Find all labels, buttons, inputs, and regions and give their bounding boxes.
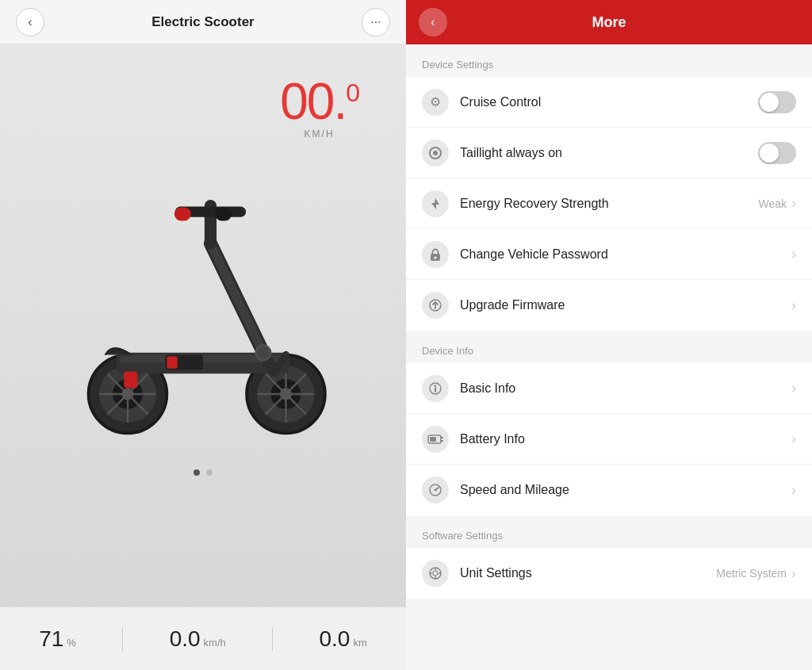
cruise-control-knob xyxy=(760,93,779,112)
svg-point-46 xyxy=(433,571,438,576)
basic-info-chevron: › xyxy=(791,380,796,396)
right-back-icon: ‹ xyxy=(431,15,435,29)
more-icon: ··· xyxy=(370,15,381,29)
scooter-svg xyxy=(52,184,354,454)
more-button[interactable]: ··· xyxy=(362,8,390,36)
svg-point-27 xyxy=(256,345,271,360)
device-info-group: Basic Info › Battery Info › xyxy=(406,363,812,515)
energy-recovery-chevron: › xyxy=(791,195,796,212)
device-settings-group: ⚙ Cruise Control Taillight always on xyxy=(406,77,812,331)
section-label-device-info: Device Info xyxy=(406,331,812,363)
change-password-chevron: › xyxy=(791,246,796,262)
right-back-button[interactable]: ‹ xyxy=(419,8,447,36)
energy-recovery-value: Weak xyxy=(758,197,787,210)
upgrade-firmware-icon xyxy=(422,292,449,319)
speed-mileage-chevron: › xyxy=(791,482,796,499)
speed-mileage-label: Speed and Mileage xyxy=(460,483,791,497)
speed-mileage-icon xyxy=(422,477,449,503)
menu-item-battery-info[interactable]: Battery Info › xyxy=(406,414,812,465)
distance-unit: km xyxy=(353,637,366,649)
cruise-control-toggle[interactable] xyxy=(758,91,796,113)
change-password-icon xyxy=(422,241,449,268)
distance-stat: 0.0 km xyxy=(320,626,367,652)
taillight-label: Taillight always on xyxy=(460,146,758,160)
speed-stat-unit: km/h xyxy=(204,637,226,649)
bottom-stats: 71 % 0.0 km/h 0.0 km xyxy=(0,607,406,670)
scooter-area: 00.0 KM/H xyxy=(0,44,406,607)
battery-info-label: Battery Info xyxy=(460,432,791,446)
svg-rect-29 xyxy=(167,356,177,368)
speed-stat: 0.0 km/h xyxy=(170,626,226,652)
software-settings-group: Unit Settings Metric System › xyxy=(406,548,812,599)
battery-unit: % xyxy=(67,637,76,649)
basic-info-icon xyxy=(422,375,449,402)
right-title: More xyxy=(447,14,771,31)
left-panel: ‹ Electric Scooter ··· 00.0 KM/H xyxy=(0,0,406,670)
unit-settings-chevron: › xyxy=(791,565,796,582)
right-header: ‹ More xyxy=(406,0,812,44)
distance-value: 0.0 xyxy=(320,626,350,652)
left-title: Electric Scooter xyxy=(151,14,254,30)
svg-point-31 xyxy=(433,151,438,155)
taillight-knob xyxy=(760,144,779,163)
cruise-control-icon: ⚙ xyxy=(422,89,449,116)
energy-recovery-icon xyxy=(422,190,449,217)
speed-value: 00.0 xyxy=(280,76,358,127)
speed-unit: KM/H xyxy=(280,128,358,140)
page-dots xyxy=(193,469,213,476)
left-header: ‹ Electric Scooter ··· xyxy=(0,0,406,44)
current-speed-value: 0.0 xyxy=(170,626,201,652)
left-back-button[interactable]: ‹ xyxy=(16,8,44,36)
svg-point-44 xyxy=(435,489,437,492)
menu-item-unit-settings[interactable]: Unit Settings Metric System › xyxy=(406,548,812,599)
menu-item-upgrade-firmware[interactable]: Upgrade Firmware › xyxy=(406,280,812,331)
dot-1 xyxy=(193,469,200,476)
speed-display: 00.0 KM/H xyxy=(280,76,358,140)
section-label-software-settings: Software Settings xyxy=(406,515,812,548)
menu-item-taillight[interactable]: Taillight always on xyxy=(406,128,812,178)
taillight-toggle[interactable] xyxy=(758,142,796,164)
battery-value: 71 xyxy=(39,626,63,652)
energy-recovery-label: Energy Recovery Strength xyxy=(460,197,758,211)
section-label-device-settings: Device Settings xyxy=(406,44,812,77)
taillight-icon xyxy=(422,140,449,167)
cruise-control-label: Cruise Control xyxy=(460,95,758,109)
menu-item-change-password[interactable]: Change Vehicle Password › xyxy=(406,229,812,280)
unit-settings-icon xyxy=(422,560,449,587)
menu-item-energy-recovery[interactable]: Energy Recovery Strength Weak › xyxy=(406,178,812,229)
battery-stat: 71 % xyxy=(39,626,76,652)
dot-2 xyxy=(206,469,213,476)
unit-settings-value: Metric System xyxy=(716,567,787,580)
svg-rect-23 xyxy=(215,207,232,220)
scooter-image xyxy=(44,168,362,469)
svg-rect-40 xyxy=(430,437,436,442)
svg-point-34 xyxy=(435,256,437,258)
menu-item-cruise-control[interactable]: ⚙ Cruise Control xyxy=(406,77,812,128)
svg-marker-32 xyxy=(431,198,439,209)
menu-item-speed-mileage[interactable]: Speed and Mileage › xyxy=(406,465,812,515)
change-password-label: Change Vehicle Password xyxy=(460,247,791,262)
battery-info-icon xyxy=(422,426,449,453)
left-back-icon: ‹ xyxy=(28,15,32,29)
svg-point-38 xyxy=(435,385,436,386)
svg-line-19 xyxy=(211,243,264,353)
menu-item-basic-info[interactable]: Basic Info › xyxy=(406,363,812,414)
divider-1 xyxy=(122,627,123,651)
upgrade-firmware-chevron: › xyxy=(791,297,796,314)
divider-2 xyxy=(272,627,273,651)
upgrade-firmware-label: Upgrade Firmware xyxy=(460,298,791,312)
battery-info-chevron: › xyxy=(791,431,796,447)
svg-rect-22 xyxy=(174,207,191,220)
unit-settings-label: Unit Settings xyxy=(460,566,716,580)
right-panel: ‹ More Device Settings ⚙ Cruise Control … xyxy=(406,0,812,670)
svg-rect-26 xyxy=(124,371,137,388)
basic-info-label: Basic Info xyxy=(460,381,791,396)
